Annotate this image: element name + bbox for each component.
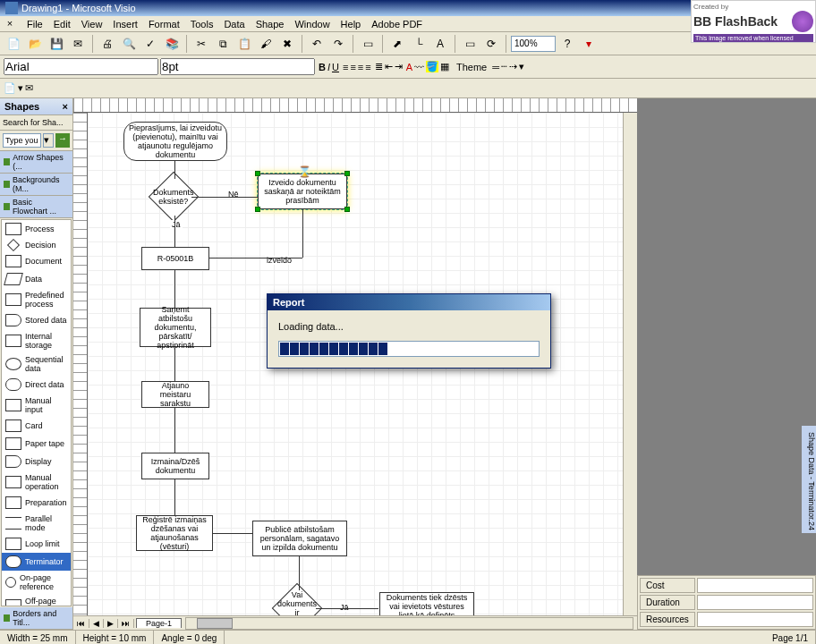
shape-onpage-ref[interactable]: On-page reference [2,571,71,594]
stencil-backgrounds[interactable]: Backgrounds (M... [0,174,72,196]
shapes-window-icon[interactable]: ▭ [358,34,378,54]
shape-parallel[interactable]: Parallel mode [2,512,71,535]
drawing-canvas[interactable]: Pieprasījums, lai izveidotu (pievienotu)… [88,113,623,615]
line-weight-icon[interactable]: ═ [492,62,499,72]
fc-change-del[interactable]: Izmaina/Dzēš dokumentu [141,453,209,479]
rectangle-tool-icon[interactable]: ▭ [460,34,480,54]
fc-register[interactable]: Reģistrē izmaiņas dzēšanas vai atjaunoša… [136,515,213,551]
line-ends-icon[interactable]: ⇢ [509,61,517,72]
shape-manual-op[interactable]: Manual operation [2,470,71,494]
fc-update-list[interactable]: Atjauno meistaru sarakstu [141,381,209,408]
menu-help[interactable]: Help [336,17,367,31]
shape-paper-tape[interactable]: Paper tape [2,435,71,453]
line-color-icon[interactable]: 〰 [414,62,424,72]
italic-icon[interactable]: I [327,62,330,72]
shape-document[interactable]: Document [2,252,71,270]
menu-edit[interactable]: Edit [48,17,76,31]
shape-process[interactable]: Process [2,220,71,238]
shape-direct-data[interactable]: Direct data [2,376,71,394]
stencil-arrow[interactable]: Arrow Shapes (... [0,151,72,174]
indent-dec-icon[interactable]: ⇤ [385,61,393,72]
print-icon[interactable]: 🖨 [98,34,117,54]
shape-card[interactable]: Card [2,417,71,435]
menu-view[interactable]: View [76,17,108,31]
scrollbar-vertical[interactable] [623,113,637,615]
menu-window[interactable]: Window [289,17,335,31]
rotate-icon[interactable]: ⟳ [481,34,501,54]
connector-tool-icon[interactable]: └ [409,34,429,54]
menu-shape[interactable]: Shape [251,17,290,31]
font-size-combo[interactable] [160,58,315,75]
redo-icon[interactable]: ↷ [328,34,348,54]
sd-cost-value[interactable] [697,578,813,593]
align-left-icon[interactable]: ≡ [343,62,348,72]
stencil-borders[interactable]: Borders and Titl... [0,607,72,630]
page-first-icon[interactable]: ⏮ [73,619,89,628]
page-last-icon[interactable]: ⏭ [118,619,134,628]
format-icon[interactable]: ▾ [519,61,524,72]
pdf-convert-icon[interactable]: 📄 [4,82,16,94]
pointer-tool-icon[interactable]: ⬈ [387,34,407,54]
pdf-icon[interactable]: ▾ [579,34,599,54]
shape-data[interactable]: Data [2,270,71,288]
fc-receive[interactable]: Saņemt atbilstošu dokumentu, pārskatīt/ … [140,308,211,347]
pdf-settings-icon[interactable]: ▾ [18,82,23,94]
paste-icon[interactable]: 📋 [234,34,254,54]
text-tool-icon[interactable]: A [430,34,450,54]
menu-adobe-pdf[interactable]: Adobe PDF [366,17,428,31]
theme-button[interactable]: Theme [453,62,490,72]
indent-inc-icon[interactable]: ⇥ [395,61,403,72]
shape-terminator[interactable]: Terminator [2,553,71,571]
underline-icon[interactable]: U [332,62,339,72]
align-right-icon[interactable]: ≡ [358,62,363,72]
font-color-icon[interactable]: A [406,62,412,72]
stencil-basic-flowchart[interactable]: Basic Flowchart ... [0,196,72,218]
menu-data[interactable]: Data [218,17,250,31]
bold-icon[interactable]: B [319,62,326,72]
shapes-search-input[interactable] [3,133,41,148]
help-icon[interactable]: ? [557,34,577,54]
shapes-search-dropdown[interactable]: ▾ [43,133,54,148]
shape-manual-input[interactable]: Manual input [2,394,71,417]
fill-color-icon[interactable]: 🪣 [426,61,438,72]
new-icon[interactable]: 📄 [4,34,23,54]
line-pattern-icon[interactable]: ┄ [501,61,507,72]
fc-create-doc[interactable]: Izveido dokumentu saskaņā ar noteiktām p… [258,174,347,209]
sd-duration-value[interactable] [697,595,813,610]
mail-icon[interactable]: ✉ [68,34,88,54]
spell-icon[interactable]: ✓ [140,34,160,54]
cut-icon[interactable]: ✂ [191,34,211,54]
shapes-panel-close-icon[interactable]: × [63,101,68,112]
shapes-search-go[interactable]: → [55,133,70,148]
fc-rcode[interactable]: R-05001B [141,247,209,270]
page-prev-icon[interactable]: ◀ [89,619,104,628]
pdf-mail-icon[interactable]: ✉ [25,82,33,94]
shadow-icon[interactable]: ▦ [440,61,449,72]
shape-data-header[interactable]: Shape Data - Terminator.24 [802,426,816,533]
zoom-combo[interactable] [511,36,556,52]
shape-stored-data[interactable]: Stored data [2,311,71,329]
research-icon[interactable]: 📚 [162,34,182,54]
shape-preparation[interactable]: Preparation [2,494,71,512]
align-center-icon[interactable]: ≡ [350,62,355,72]
font-name-combo[interactable] [4,58,158,75]
shape-display[interactable]: Display [2,453,71,470]
undo-icon[interactable]: ↶ [307,34,327,54]
shape-loop-limit[interactable]: Loop limit [2,535,71,553]
menu-tools[interactable]: Tools [185,17,219,31]
fc-deleted[interactable]: Dokuments tiek dzēsts vai ievietots vēst… [379,592,474,615]
fc-publish[interactable]: Publicē atbilstošam personālam, sagatavo… [252,521,347,556]
shape-predefined[interactable]: Predefined process [2,288,71,311]
preview-icon[interactable]: 🔍 [119,34,139,54]
save-icon[interactable]: 💾 [47,34,66,54]
scrollbar-horizontal[interactable] [185,617,633,630]
doc-close-icon[interactable]: × [4,18,16,30]
bullets-icon[interactable]: ≣ [375,61,383,72]
page-tab-1[interactable]: Page-1 [136,618,182,628]
fc-start-terminator[interactable]: Pieprasījums, lai izveidotu (pievienotu)… [123,122,227,161]
shape-sequential[interactable]: Sequential data [2,352,71,376]
format-painter-icon[interactable]: 🖌 [256,34,276,54]
justify-icon[interactable]: ≡ [365,62,370,72]
menu-file[interactable]: File [21,17,48,31]
sd-resources-value[interactable] [697,612,813,627]
